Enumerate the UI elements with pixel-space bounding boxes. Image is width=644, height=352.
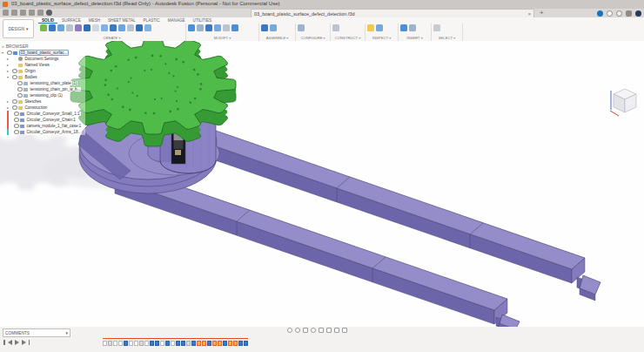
orbit-icon[interactable] [287, 328, 292, 333]
timeline-feature-icon[interactable] [238, 341, 243, 346]
visibility-eye-icon[interactable] [17, 93, 23, 98]
timeline-feature-icon[interactable] [223, 341, 227, 346]
new-tab-button[interactable]: + [540, 9, 544, 17]
ribbon-group-label[interactable]: ASSEMBLE [259, 36, 295, 40]
expand-icon[interactable]: ▸ [7, 99, 10, 104]
grid-layout-icon[interactable] [334, 328, 339, 333]
undo-icon[interactable] [29, 10, 35, 16]
ribbon-tool-icon[interactable] [231, 24, 238, 31]
timeline-feature-icon[interactable] [160, 341, 164, 346]
visibility-eye-icon[interactable] [12, 99, 17, 104]
ribbon-tool-icon[interactable] [110, 24, 117, 31]
ribbon-tool-icon[interactable] [75, 24, 82, 31]
extensions-icon[interactable] [597, 10, 603, 17]
browser-header[interactable]: « BROWSER [2, 43, 85, 50]
browser-tree-item[interactable]: tensioning_chain_pin_w_h... [12, 86, 85, 92]
ribbon-tool-icon[interactable] [92, 24, 99, 31]
timeline-feature-icon[interactable] [155, 341, 159, 346]
timeline-feature-icon[interactable] [212, 341, 217, 346]
timeline-feature-icon[interactable] [108, 341, 112, 346]
skip-to-end-icon[interactable] [29, 340, 30, 345]
visibility-eye-icon[interactable] [14, 124, 19, 128]
ribbon-tab[interactable]: MANAGE [164, 17, 189, 24]
viewports-icon[interactable] [342, 328, 347, 333]
help-icon[interactable] [616, 10, 622, 17]
job-status-icon[interactable] [607, 10, 613, 17]
ribbon-tool-icon[interactable] [433, 24, 440, 31]
visibility-eye-icon[interactable] [17, 87, 23, 91]
ribbon-group-label[interactable]: INSPECT [366, 36, 398, 40]
ribbon-tool-icon[interactable] [144, 24, 151, 31]
visibility-eye-icon[interactable] [14, 112, 19, 116]
ribbon-tool-icon[interactable] [409, 24, 416, 31]
document-tab[interactable]: 03_board_plastic_surface_defect_detectio… [251, 9, 534, 17]
browser-tree-item[interactable]: tensioning_clip (1) [12, 92, 85, 98]
app-menu-icon[interactable] [3, 10, 9, 16]
browser-tree-item[interactable]: ▸ Origin [7, 68, 85, 74]
browser-tree-item[interactable]: Circular_Conveyor_Small_1:1 [7, 111, 85, 117]
step-forward-icon[interactable] [22, 340, 26, 345]
timeline-feature-icon[interactable] [207, 341, 211, 346]
ribbon-group-label[interactable]: CONFIGURE [296, 36, 330, 40]
expand-icon[interactable]: ▸ [7, 63, 10, 67]
save-icon[interactable] [20, 10, 26, 16]
ribbon-tool-icon[interactable] [84, 24, 91, 31]
browser-tree-item[interactable]: camera_module_1_flat_case:1 [7, 123, 85, 129]
visibility-eye-icon[interactable] [14, 130, 19, 134]
view-cube[interactable] [607, 84, 642, 118]
timeline-feature-icon[interactable] [134, 341, 138, 346]
expand-icon[interactable]: ▸ [7, 69, 10, 73]
timeline-feature-icon[interactable] [176, 341, 180, 346]
expand-icon[interactable]: ▸ [7, 57, 10, 61]
ribbon-tool-icon[interactable] [261, 24, 268, 31]
ribbon-group-label[interactable]: CONSTRUCT [331, 36, 365, 40]
timeline-feature-icon[interactable] [202, 341, 206, 346]
timeline-feature-icon[interactable] [113, 341, 117, 346]
timeline-feature-icon[interactable] [118, 341, 123, 346]
ribbon-tab[interactable]: SHEET METAL [104, 17, 138, 24]
profile-avatar[interactable] [635, 10, 641, 17]
fit-icon[interactable] [319, 328, 324, 333]
timeline-feature-icon[interactable] [103, 341, 107, 346]
look-at-icon[interactable] [295, 328, 300, 333]
ribbon-group-label[interactable]: SELECT [432, 36, 462, 40]
visibility-eye-icon[interactable] [12, 69, 17, 73]
skip-to-start-icon[interactable] [3, 340, 5, 345]
close-tab-icon[interactable]: × [527, 11, 531, 17]
timeline-feature-icon[interactable] [228, 341, 232, 346]
timeline-feature-icon[interactable] [150, 341, 154, 346]
ribbon-tool-icon[interactable] [188, 24, 195, 31]
timeline-feature-icon[interactable] [191, 341, 196, 346]
collapse-icon[interactable]: « [2, 44, 4, 49]
visibility-eye-icon[interactable] [7, 51, 12, 55]
ribbon-tool-icon[interactable] [136, 24, 143, 31]
ribbon-tool-icon[interactable] [205, 24, 212, 31]
ribbon-tool-icon[interactable] [118, 24, 125, 31]
ribbon-tool-icon[interactable] [367, 24, 374, 31]
zoom-icon[interactable] [311, 328, 316, 333]
ribbon-tab[interactable]: SOLID [38, 17, 57, 24]
ribbon-group-label[interactable]: CREATE [38, 36, 185, 40]
ribbon-tool-icon[interactable] [400, 24, 407, 31]
timeline-feature-icon[interactable] [165, 341, 170, 346]
browser-tree-item[interactable]: tensioning_chain_plate (1) [12, 80, 85, 86]
visibility-eye-icon[interactable] [14, 118, 19, 122]
browser-tree-item[interactable]: ▸ Sketches [7, 98, 85, 105]
timeline-feature-icon[interactable] [181, 341, 185, 346]
ribbon-tool-icon[interactable] [298, 24, 305, 31]
redo-icon[interactable] [37, 10, 44, 16]
file-icon[interactable] [11, 10, 17, 16]
ribbon-tool-icon[interactable] [40, 24, 47, 31]
ribbon-tool-icon[interactable] [332, 24, 339, 31]
ribbon-tool-icon[interactable] [223, 24, 230, 31]
timeline-feature-icon[interactable] [129, 341, 133, 346]
ribbon-tool-icon[interactable] [214, 24, 221, 31]
ribbon-tool-icon[interactable] [197, 24, 204, 31]
step-back-icon[interactable] [8, 340, 12, 345]
expand-icon[interactable]: ▸ [7, 105, 10, 110]
visibility-eye-icon[interactable] [12, 75, 17, 79]
ribbon-group-label[interactable]: MODIFY [186, 36, 258, 40]
expand-icon[interactable]: ▾ [2, 51, 5, 55]
browser-tree-item[interactable]: ▸ Named Views [7, 62, 85, 68]
pan-icon[interactable] [303, 328, 308, 333]
